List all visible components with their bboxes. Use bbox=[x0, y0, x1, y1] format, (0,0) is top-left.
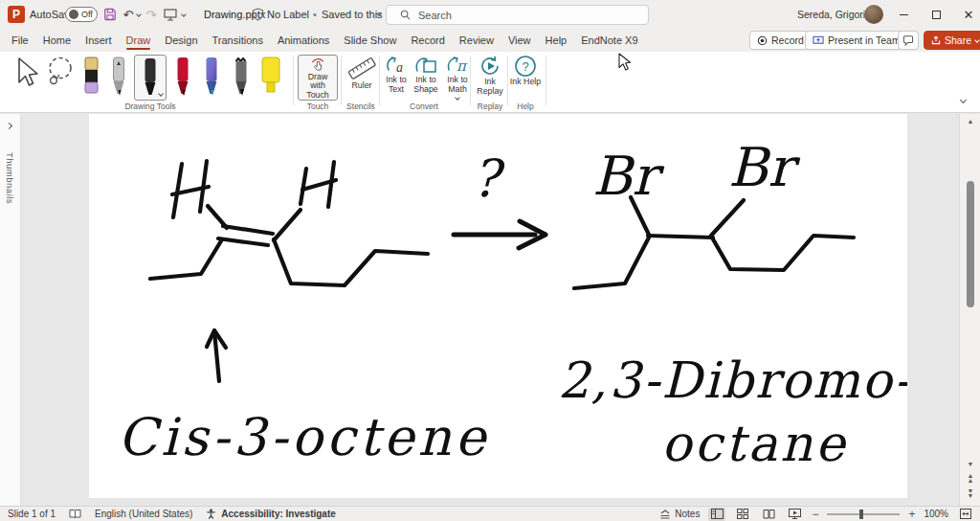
tab-animations[interactable]: Animations bbox=[278, 34, 329, 46]
lasso-select-tool[interactable] bbox=[46, 56, 75, 88]
group-label-touch: Touch bbox=[293, 102, 343, 111]
zoom-out-button[interactable]: − bbox=[812, 510, 818, 519]
ink-replay-button[interactable]: Ink Replay bbox=[473, 55, 507, 96]
tab-view[interactable]: View bbox=[508, 34, 531, 46]
tab-transitions[interactable]: Transitions bbox=[212, 34, 263, 46]
tab-endnote[interactable]: EndNote X9 bbox=[581, 34, 637, 46]
eraser-tool[interactable] bbox=[81, 56, 102, 96]
pencil-tool[interactable] bbox=[231, 56, 252, 98]
ink-help-icon: ? bbox=[514, 55, 537, 78]
tab-design[interactable]: Design bbox=[165, 34, 197, 46]
tab-draw[interactable]: Draw bbox=[126, 34, 151, 46]
qat-customize-icon[interactable] bbox=[181, 11, 187, 17]
group-label-drawing-tools: Drawing Tools bbox=[100, 102, 200, 111]
pen-silver-tool[interactable] bbox=[108, 56, 129, 98]
mouse-cursor-icon bbox=[618, 53, 631, 71]
tab-help[interactable]: Help bbox=[546, 34, 568, 46]
slide-canvas[interactable]: ? Br Br Cis-3-octene 2,3-Dibromo- octane bbox=[89, 114, 907, 498]
ink-to-text-icon: a bbox=[384, 55, 409, 76]
scroll-up-icon[interactable]: ▲ bbox=[960, 118, 980, 125]
collapse-ribbon-icon[interactable] bbox=[960, 97, 967, 103]
zoom-level[interactable]: 100% bbox=[924, 509, 948, 519]
ruler-button[interactable]: Ruler bbox=[343, 55, 381, 91]
ink-to-math-icon: π bbox=[445, 55, 470, 76]
tab-file[interactable]: File bbox=[11, 34, 29, 46]
title-separator: • bbox=[313, 9, 317, 20]
fit-slide-button[interactable] bbox=[957, 508, 974, 521]
share-button[interactable]: Share bbox=[924, 31, 980, 50]
undo-dropdown-icon[interactable] bbox=[136, 11, 142, 17]
user-avatar[interactable] bbox=[864, 5, 883, 24]
accessibility-status[interactable]: Accessibility: Investigate bbox=[206, 509, 336, 519]
maximize-button[interactable] bbox=[921, 0, 951, 29]
save-button[interactable] bbox=[101, 5, 119, 24]
reactant-skeleton-ink bbox=[150, 206, 428, 285]
ink-drawing: ? Br Br Cis-3-octene 2,3-Dibromo- octane bbox=[89, 114, 907, 498]
search-placeholder: Search bbox=[418, 10, 452, 21]
present-in-teams-button[interactable]: Present in Teams bbox=[805, 31, 913, 50]
comments-button[interactable] bbox=[898, 31, 919, 50]
share-dropdown-icon bbox=[974, 37, 980, 43]
tab-record[interactable]: Record bbox=[411, 34, 444, 46]
pen-black-tool-selected[interactable] bbox=[134, 55, 167, 101]
normal-view-button[interactable] bbox=[708, 508, 725, 521]
pen-galaxy-tool[interactable] bbox=[201, 56, 222, 98]
zoom-in-button[interactable]: + bbox=[908, 510, 915, 519]
reading-view-button[interactable] bbox=[760, 508, 777, 521]
ink-replay-icon bbox=[478, 55, 502, 78]
previous-slide-icon[interactable]: ▲▲ bbox=[960, 473, 980, 483]
status-bar: Slide 1 of 1 English (United States) Acc… bbox=[0, 506, 980, 521]
thumbnails-pane-collapsed[interactable]: Thumbnails bbox=[0, 114, 21, 506]
highlighter-tool[interactable] bbox=[258, 56, 283, 98]
br-right-ink: Br bbox=[728, 136, 801, 198]
notes-icon bbox=[659, 510, 671, 519]
br-left-ink: Br bbox=[592, 145, 665, 207]
tab-home[interactable]: Home bbox=[43, 34, 71, 46]
language-status[interactable]: English (United States) bbox=[95, 509, 192, 519]
slide-sorter-view-button[interactable] bbox=[734, 508, 751, 521]
scroll-down-icon[interactable]: ▼ bbox=[960, 461, 980, 467]
tab-insert[interactable]: Insert bbox=[85, 34, 112, 46]
reactant-h-right-ink bbox=[301, 162, 336, 207]
ink-to-math-dropdown-icon[interactable] bbox=[455, 95, 460, 101]
title-bar: P AutoSave Off ↶ ↷ Drawing.pptx No Label… bbox=[0, 0, 980, 29]
spellcheck-book-icon[interactable] bbox=[69, 509, 81, 519]
autosave-toggle[interactable]: Off bbox=[65, 7, 98, 22]
powerpoint-logo-icon[interactable]: P bbox=[8, 6, 25, 23]
vertical-scrollbar[interactable]: ▲ ▼ ▲▲ ▼▼ bbox=[959, 114, 980, 506]
undo-button[interactable]: ↶ bbox=[121, 5, 136, 24]
next-slide-icon[interactable]: ▼▼ bbox=[960, 488, 980, 498]
close-button[interactable]: ✕ bbox=[953, 0, 980, 29]
select-tool[interactable] bbox=[11, 56, 38, 90]
pen-silver-icon bbox=[108, 56, 129, 98]
expand-thumbnails-icon[interactable] bbox=[6, 123, 12, 129]
group-label-stencils: Stencils bbox=[341, 102, 381, 111]
redo-button[interactable]: ↷ bbox=[144, 5, 159, 24]
reactant-name-ink: Cis-3-octene bbox=[118, 407, 489, 467]
minimize-button[interactable] bbox=[888, 0, 919, 29]
lasso-icon bbox=[46, 56, 75, 88]
start-slideshow-button[interactable] bbox=[163, 5, 178, 24]
maximize-icon bbox=[932, 11, 941, 19]
notes-toggle[interactable]: Notes bbox=[659, 509, 700, 519]
ink-to-shape-button[interactable]: Ink to Shape bbox=[411, 55, 441, 94]
draw-with-touch-button[interactable]: Draw with Touch bbox=[298, 55, 338, 101]
tab-slide-show[interactable]: Slide Show bbox=[344, 34, 396, 46]
tab-review[interactable]: Review bbox=[459, 34, 494, 46]
ink-help-button[interactable]: ? Ink Help bbox=[509, 55, 542, 87]
reading-view-icon bbox=[763, 509, 775, 519]
sensitivity-label[interactable]: No Label bbox=[267, 9, 309, 20]
record-button[interactable]: Record bbox=[749, 31, 812, 50]
pen-red-tool[interactable] bbox=[172, 56, 193, 98]
slideshow-icon bbox=[164, 9, 177, 21]
search-input[interactable]: Search bbox=[386, 5, 649, 25]
scrollbar-thumb[interactable] bbox=[967, 181, 974, 307]
slideshow-view-button[interactable] bbox=[786, 508, 803, 521]
ribbon-draw-tab: Drawing Tools Draw with Touch Touch Rule… bbox=[0, 52, 980, 113]
pencil-icon bbox=[231, 56, 252, 98]
ribbon-tab-row: File Home Insert Draw Design Transitions… bbox=[0, 29, 980, 52]
touch-hand-icon bbox=[308, 57, 327, 72]
zoom-slider[interactable] bbox=[827, 513, 900, 515]
ink-to-text-button[interactable]: a Ink to Text bbox=[381, 55, 412, 94]
zoom-slider-thumb[interactable] bbox=[859, 510, 863, 519]
